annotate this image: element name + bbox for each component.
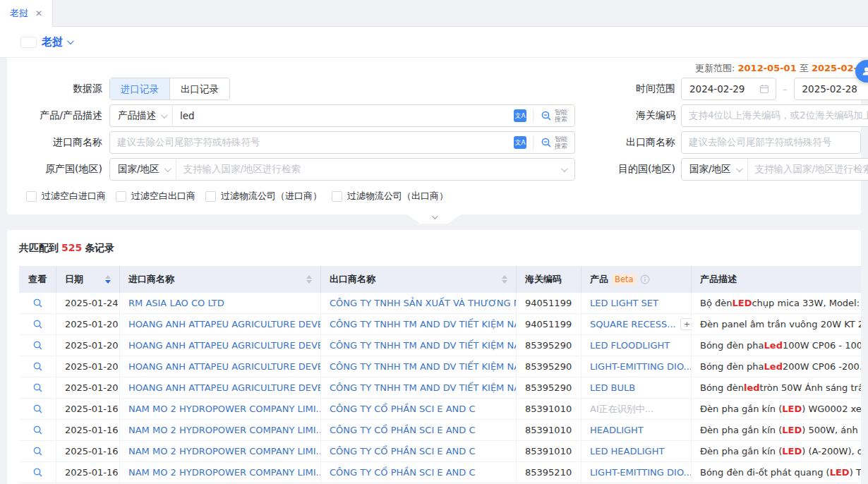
exporter-input[interactable]: 建议去除公司尾部字符或特殊符号	[682, 136, 860, 149]
tab-laos[interactable]: 老挝 ✕	[0, 0, 53, 27]
exporter-link[interactable]: CÔNG TY CỔ PHẦN SCI E AND C	[321, 462, 517, 483]
description-cell: Bóng đèn pha Led 100W CP06 - 100...	[692, 335, 861, 356]
hs-code-cell: 85391010	[517, 420, 581, 441]
view-cell[interactable]	[19, 356, 56, 377]
filter-checkbox-0[interactable]: 过滤空白进口商	[26, 190, 106, 202]
hs-code-cell: 85395290	[517, 356, 581, 377]
view-details-icon[interactable]	[32, 361, 43, 372]
importer-link[interactable]: HOANG ANH ATTAPEU AGRICULTURE DEVE...	[120, 314, 321, 335]
product-link[interactable]: LED FLOODLIGHT	[590, 340, 670, 351]
importer-link[interactable]: NAM MO 2 HYDROPOWER COMPANY LIMI...	[120, 399, 321, 420]
close-icon[interactable]: ✕	[35, 8, 42, 18]
product-type-select[interactable]: 产品描述	[110, 105, 173, 126]
update-range-from: 2012-05-01	[738, 63, 797, 73]
col-exporter[interactable]: 出口商名称	[321, 266, 517, 293]
chevron-down-icon	[164, 165, 171, 172]
chevron-down-icon[interactable]	[67, 37, 74, 44]
exporter-link[interactable]: CÔNG TY TNHH TM AND DV TIẾT KIỆM NĂ...	[321, 314, 517, 335]
view-details-icon[interactable]	[32, 382, 43, 393]
view-details-icon[interactable]	[32, 467, 43, 478]
exporter-link[interactable]: CÔNG TY TNHH TM AND DV TIẾT KIỆM NĂ...	[321, 335, 517, 356]
exporter-link[interactable]: CÔNG TY CỔ PHẦN SCI E AND C	[321, 399, 517, 420]
product-link[interactable]: SQUARE RECESS...	[590, 319, 676, 329]
smart-search-button[interactable]: 智能搜索	[534, 135, 574, 150]
view-details-icon[interactable]	[32, 340, 43, 351]
description-cell: Đèn pha gắn kín (LED) (A-200W), dù...	[692, 441, 861, 462]
origin-type-select[interactable]: 国家/地区	[110, 159, 176, 180]
product-link[interactable]: LED HEADLIGHT	[590, 446, 664, 456]
view-cell[interactable]	[19, 335, 56, 356]
view-details-icon[interactable]	[32, 319, 43, 329]
product-search-control: 产品描述 led 文A 智能搜索	[109, 104, 575, 127]
view-cell[interactable]	[19, 293, 56, 314]
collapse-panel-button[interactable]	[407, 214, 461, 224]
product-search-input[interactable]: led	[173, 110, 514, 121]
sort-icon-exporter[interactable]	[502, 275, 507, 284]
importer-link[interactable]: NAM MO 2 HYDROPOWER COMPANY LIMI...	[120, 462, 321, 483]
col-importer[interactable]: 进口商名称	[120, 266, 321, 293]
exporter-link[interactable]: CÔNG TY CỔ PHẦN SCI E AND C	[321, 420, 517, 441]
country-name[interactable]: 老挝	[42, 35, 63, 49]
result-count: 525	[61, 242, 82, 253]
description-cell: Bóng đèn đi-ốt phát quang (LED) TR...	[692, 462, 861, 483]
date-cell: 2025-01-20	[56, 314, 120, 335]
view-cell[interactable]	[19, 314, 56, 335]
filter-checkbox-2[interactable]: 过滤物流公司（进口商）	[205, 190, 322, 202]
smart-search-button[interactable]: 智能搜索	[534, 109, 574, 123]
description-cell: Đèn panel âm trần vuông 20W KT 22...	[692, 314, 861, 335]
hs-code-label: 海关编码	[575, 109, 681, 122]
view-cell[interactable]	[19, 377, 56, 399]
checkbox-icon[interactable]	[26, 191, 37, 202]
view-details-icon[interactable]	[32, 298, 43, 308]
translate-icon[interactable]: 文A	[514, 136, 526, 149]
importer-link[interactable]: HOANG ANH ATTAPEU AGRICULTURE DEVE...	[120, 377, 321, 399]
exporter-link[interactable]: CÔNG TY TNHH TM AND DV TIẾT KIỆM NĂ...	[321, 377, 517, 399]
filter-checkbox-3[interactable]: 过滤物流公司（出口商）	[332, 190, 448, 202]
destination-type-select[interactable]: 国家/地区	[682, 159, 748, 180]
col-date[interactable]: 日期	[56, 266, 120, 293]
date-to-input[interactable]: 2025-02-28	[794, 78, 868, 100]
search-icon	[541, 137, 552, 148]
importer-link[interactable]: NAM MO 2 HYDROPOWER COMPANY LIMI...	[120, 441, 321, 462]
tab-label: 老挝	[10, 7, 28, 20]
tab-import-records[interactable]: 进口记录	[110, 78, 169, 99]
exporter-link[interactable]: CÔNG TY TNHH TM AND DV TIẾT KIỆM NĂ...	[321, 356, 517, 377]
filter-checkbox-1[interactable]: 过滤空白出口商	[116, 190, 195, 202]
table-row: 2025-01-20HOANG ANH ATTAPEU AGRICULTURE …	[19, 377, 861, 399]
date-from-input[interactable]: 2024-02-29	[681, 78, 776, 100]
importer-link[interactable]: NAM MO 2 HYDROPOWER COMPANY LIMI...	[120, 420, 321, 441]
tab-export-records[interactable]: 出口记录	[169, 78, 229, 99]
product-link[interactable]: LIGHT-EMITTING DIO...	[590, 467, 692, 478]
translate-icon[interactable]: 文A	[514, 109, 526, 122]
view-cell[interactable]	[19, 420, 56, 441]
sort-icon-date[interactable]	[105, 275, 111, 284]
origin-control: 国家/地区 支持输入国家/地区进行检索	[109, 158, 575, 181]
view-cell[interactable]	[19, 462, 56, 483]
destination-input[interactable]: 支持输入国家/地区进行检索	[748, 163, 868, 176]
importer-input[interactable]: 建议去除公司尾部字符或特殊符号	[110, 136, 514, 149]
sort-icon-importer[interactable]	[306, 275, 312, 284]
date-separator: –	[783, 84, 788, 95]
hs-code-input[interactable]: 支持4位以上海关编码，或2位海关编码加上产品	[682, 109, 868, 122]
exporter-link[interactable]: CÔNG TY CỔ PHẦN SCI E AND C	[321, 441, 517, 462]
exporter-link[interactable]: CÔNG TY TNHH SẢN XUẤT VÀ THƯƠNG M...	[321, 293, 517, 314]
view-details-icon[interactable]	[32, 446, 43, 456]
origin-input[interactable]: 支持输入国家/地区进行检索	[176, 163, 561, 176]
product-link[interactable]: LED BULB	[590, 382, 635, 393]
checkbox-icon[interactable]	[116, 191, 126, 202]
importer-link[interactable]: HOANG ANH ATTAPEU AGRICULTURE DEVE...	[120, 335, 321, 356]
info-icon[interactable]	[640, 274, 650, 284]
view-cell[interactable]	[19, 441, 56, 462]
product-link[interactable]: LED LIGHT SET	[590, 298, 658, 308]
importer-link[interactable]: HOANG ANH ATTAPEU AGRICULTURE DEVE...	[120, 356, 321, 377]
view-details-icon[interactable]	[32, 404, 43, 414]
view-details-icon[interactable]	[32, 425, 43, 435]
checkbox-icon[interactable]	[332, 191, 342, 202]
product-link[interactable]: HEADLIGHT	[590, 425, 644, 435]
product-link[interactable]: LIGHT-EMITTING DIO...	[590, 361, 692, 372]
importer-link[interactable]: RM ASIA LAO CO LTD	[120, 293, 321, 314]
checkbox-icon[interactable]	[205, 191, 216, 202]
view-cell[interactable]	[19, 399, 56, 420]
col-view: 查看	[19, 266, 56, 293]
product-more-badge[interactable]: + 1	[680, 318, 692, 330]
